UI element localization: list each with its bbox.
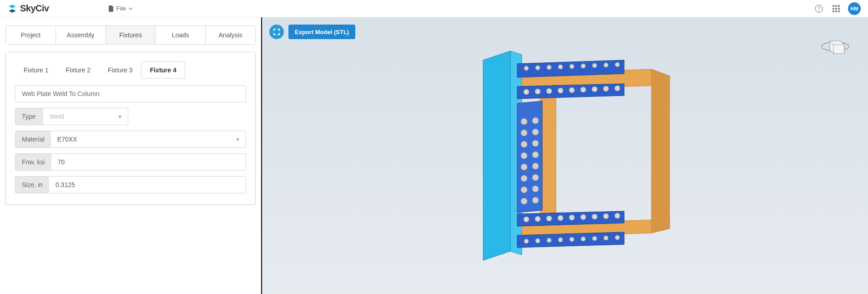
size-input[interactable] — [49, 176, 246, 193]
svg-point-40 — [546, 88, 552, 94]
svg-point-51 — [569, 215, 575, 220]
svg-point-53 — [592, 214, 597, 219]
fixture-tab-1[interactable]: Fixture 1 — [15, 61, 57, 79]
svg-point-48 — [535, 216, 540, 222]
svg-point-59 — [558, 65, 563, 69]
svg-point-49 — [546, 216, 552, 221]
svg-point-72 — [604, 236, 608, 240]
fixture-tab-3[interactable]: Fixture 3 — [99, 61, 141, 79]
material-value: E70XX — [57, 136, 77, 143]
svg-rect-3 — [835, 5, 837, 7]
chevron-down-icon: ▾ — [118, 113, 121, 120]
view-cube-icon — [821, 35, 850, 57]
svg-point-37 — [532, 197, 539, 203]
svg-point-35 — [532, 186, 539, 192]
svg-point-32 — [521, 175, 527, 182]
svg-marker-11 — [483, 51, 510, 260]
fixture-tab-2[interactable]: Fixture 2 — [57, 61, 99, 79]
svg-point-28 — [521, 152, 527, 159]
help-button[interactable]: ? — [812, 1, 826, 16]
brand-icon — [7, 4, 17, 14]
svg-point-62 — [592, 63, 597, 68]
svg-point-64 — [615, 62, 620, 67]
type-select[interactable]: Weld ▾ — [43, 108, 128, 125]
tab-loads[interactable]: Loads — [156, 26, 206, 44]
svg-rect-5 — [833, 8, 834, 10]
svg-point-31 — [532, 163, 539, 169]
material-row: Material E70XX ▾ — [15, 131, 246, 148]
svg-point-36 — [521, 198, 527, 204]
type-label: Type — [15, 108, 43, 125]
file-menu[interactable]: File — [108, 5, 132, 12]
svg-point-41 — [558, 88, 563, 93]
type-row: Type Weld ▾ — [15, 108, 246, 125]
main-tabs: Project Assembly Fixtures Loads Analysis — [5, 25, 256, 45]
tab-assembly[interactable]: Assembly — [56, 26, 106, 44]
svg-point-66 — [535, 238, 540, 243]
type-value: Weld — [50, 113, 64, 120]
tab-fixtures[interactable]: Fixtures — [106, 26, 156, 44]
svg-point-63 — [604, 63, 608, 67]
svg-rect-7 — [838, 8, 840, 10]
svg-point-25 — [532, 129, 539, 135]
svg-rect-4 — [838, 5, 840, 7]
svg-point-46 — [615, 86, 620, 91]
model-render[interactable] — [262, 17, 868, 294]
svg-point-55 — [615, 213, 620, 218]
svg-point-42 — [569, 87, 575, 93]
connection-model-icon — [451, 42, 679, 269]
tab-analysis[interactable]: Analysis — [206, 26, 255, 44]
svg-point-69 — [570, 237, 574, 242]
svg-point-73 — [615, 235, 620, 240]
svg-point-47 — [524, 217, 529, 222]
svg-point-43 — [580, 87, 586, 92]
export-model-button[interactable]: Export Model (STL) — [288, 25, 355, 39]
tab-project[interactable]: Project — [6, 26, 56, 44]
svg-point-65 — [524, 239, 529, 243]
svg-point-52 — [580, 214, 586, 220]
expand-icon — [273, 29, 280, 35]
svg-point-33 — [532, 174, 539, 181]
svg-rect-2 — [833, 5, 834, 7]
view-cube[interactable] — [821, 35, 850, 57]
fixture-title: Web Plate Weld To Column — [15, 85, 246, 102]
fnw-row: Fnw, ksi — [15, 153, 246, 171]
svg-rect-6 — [835, 8, 837, 10]
svg-point-50 — [558, 215, 563, 221]
svg-point-30 — [521, 164, 527, 170]
svg-point-26 — [521, 141, 527, 147]
chevron-down-icon: ▾ — [236, 136, 239, 143]
fnw-input[interactable] — [51, 153, 246, 171]
svg-point-68 — [558, 238, 563, 242]
svg-point-54 — [603, 213, 609, 219]
chevron-down-icon — [129, 7, 132, 10]
svg-point-24 — [521, 130, 527, 136]
svg-marker-15 — [651, 69, 670, 233]
brand-name: SkyCiv — [20, 3, 49, 14]
expand-button[interactable] — [269, 25, 284, 39]
size-label: Size, in — [15, 176, 49, 193]
user-avatar[interactable]: HM — [848, 2, 861, 15]
svg-point-71 — [592, 236, 597, 241]
fixture-panel: Fixture 1 Fixture 2 Fixture 3 Fixture 4 … — [5, 52, 256, 205]
svg-point-39 — [535, 89, 540, 94]
viewport[interactable]: Export Model (STL) — [262, 17, 868, 294]
help-icon: ? — [815, 5, 823, 13]
brand-logo[interactable]: SkyCiv — [7, 3, 49, 14]
svg-point-38 — [524, 89, 529, 95]
app-header: SkyCiv File ? HM — [0, 0, 868, 17]
svg-point-57 — [535, 66, 540, 70]
material-select[interactable]: E70XX ▾ — [51, 131, 246, 148]
fixture-tab-4[interactable]: Fixture 4 — [141, 61, 185, 79]
left-panel: Project Assembly Fixtures Loads Analysis… — [0, 17, 262, 294]
svg-point-61 — [581, 64, 585, 68]
svg-point-67 — [547, 238, 551, 243]
svg-point-60 — [570, 64, 574, 69]
svg-rect-8 — [833, 10, 834, 12]
file-menu-label: File — [116, 5, 126, 12]
apps-button[interactable] — [829, 1, 843, 16]
svg-text:?: ? — [818, 6, 820, 11]
apps-grid-icon — [833, 5, 840, 12]
svg-rect-9 — [835, 10, 837, 12]
fnw-label: Fnw, ksi — [15, 153, 51, 171]
